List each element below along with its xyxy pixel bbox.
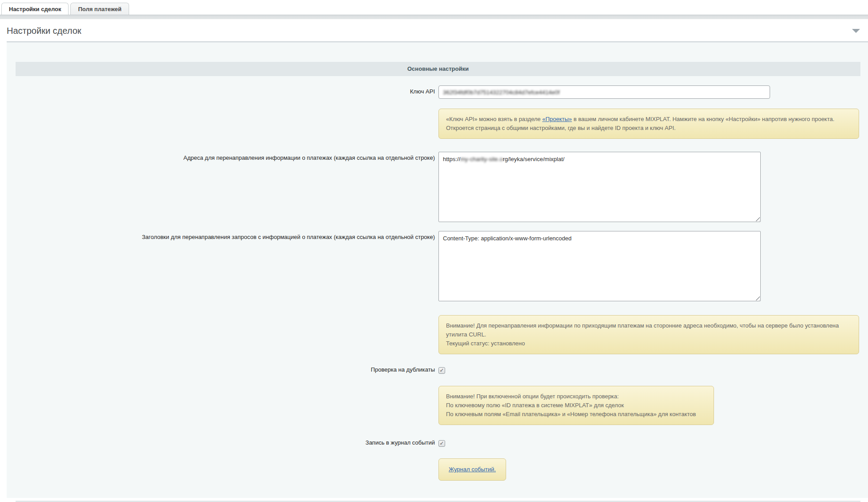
url-obscured: my-charity-site.o	[460, 156, 503, 162]
curl-notice-row: Внимание! Для перенаправления информации…	[7, 315, 868, 354]
duplicates-notice-line1: Внимание! При включенной опции будет про…	[446, 392, 706, 401]
event-log-link-row: Журнал событий.	[7, 458, 868, 481]
api-key-value: 362f34fdf0b7d7514322704c84d7efce4414e0f	[443, 89, 560, 96]
projects-link[interactable]: «Проекты»	[542, 116, 572, 122]
tab-deal-settings[interactable]: Настройки сделок	[1, 3, 69, 15]
event-log-checkbox[interactable]: ✓	[438, 440, 445, 447]
duplicates-notice-line3: По ключевым полям «Email плательщика» и …	[446, 410, 706, 419]
tab-bar: Настройки сделок Поля платежей	[0, 0, 868, 15]
redirect-urls-textarea[interactable]: https://my-charity-site.org/leyka/servic…	[438, 152, 761, 222]
curl-notice-line2: Текущий статус: установлено	[446, 339, 852, 348]
redirect-urls-row: Адреса для перенаправления информации о …	[7, 152, 868, 222]
api-key-hint-notice: «Ключ API» можно взять в разделе «Проект…	[438, 109, 859, 139]
redirect-headers-row: Заголовки для перенаправления запросов с…	[7, 231, 868, 301]
redirect-headers-value: Content-Type: application/x-www-form-url…	[443, 235, 572, 242]
curl-notice: Внимание! Для перенаправления информации…	[438, 315, 859, 354]
resize-grip-icon[interactable]	[754, 295, 760, 300]
check-icon: ✓	[439, 440, 444, 446]
api-key-input[interactable]: 362f34fdf0b7d7514322704c84d7efce4414e0f	[438, 85, 770, 99]
settings-panel: Основные настройки Ключ API 362f34fdf0b7…	[7, 41, 868, 498]
url-suffix: rg/leyka/service/mixplat/	[503, 156, 564, 162]
duplicates-notice: Внимание! При включенной опции будет про…	[438, 386, 714, 425]
redirect-headers-textarea[interactable]: Content-Type: application/x-www-form-url…	[438, 231, 761, 301]
tab-strip	[0, 15, 868, 19]
page-head: Настройки сделок	[0, 19, 868, 41]
event-log-link[interactable]: Журнал событий.	[449, 466, 496, 473]
api-key-row: Ключ API 362f34fdf0b7d7514322704c84d7efc…	[7, 85, 868, 99]
api-key-label: Ключ API	[7, 85, 438, 95]
url-prefix: https://	[443, 156, 460, 162]
duplicates-row: Проверка на дубликаты ✓	[7, 366, 868, 374]
curl-notice-line1: Внимание! Для перенаправления информации…	[446, 321, 852, 339]
event-log-link-box: Журнал событий.	[438, 458, 506, 481]
check-icon: ✓	[439, 367, 444, 373]
api-key-hint-row: «Ключ API» можно взять в разделе «Проект…	[7, 109, 868, 139]
hint-text-before: «Ключ API» можно взять в разделе	[446, 116, 542, 122]
event-log-row: Запись в журнал событий ✓	[7, 439, 868, 447]
duplicates-notice-line2: По ключевому полю «ID платежа в системе …	[446, 401, 706, 410]
redirect-headers-label: Заголовки для перенаправления запросов с…	[7, 231, 438, 241]
duplicates-notice-row: Внимание! При включенной опции будет про…	[7, 386, 868, 425]
chevron-down-icon[interactable]	[852, 29, 860, 33]
event-log-label: Запись в журнал событий	[7, 439, 438, 446]
resize-grip-icon[interactable]	[754, 215, 760, 221]
section-header-main: Основные настройки	[16, 62, 860, 76]
tab-payment-fields[interactable]: Поля платежей	[70, 3, 129, 15]
redirect-urls-label: Адреса для перенаправления информации о …	[7, 152, 438, 162]
page-title: Настройки сделок	[7, 26, 81, 36]
duplicates-label: Проверка на дубликаты	[7, 366, 438, 373]
duplicates-checkbox[interactable]: ✓	[438, 367, 445, 374]
